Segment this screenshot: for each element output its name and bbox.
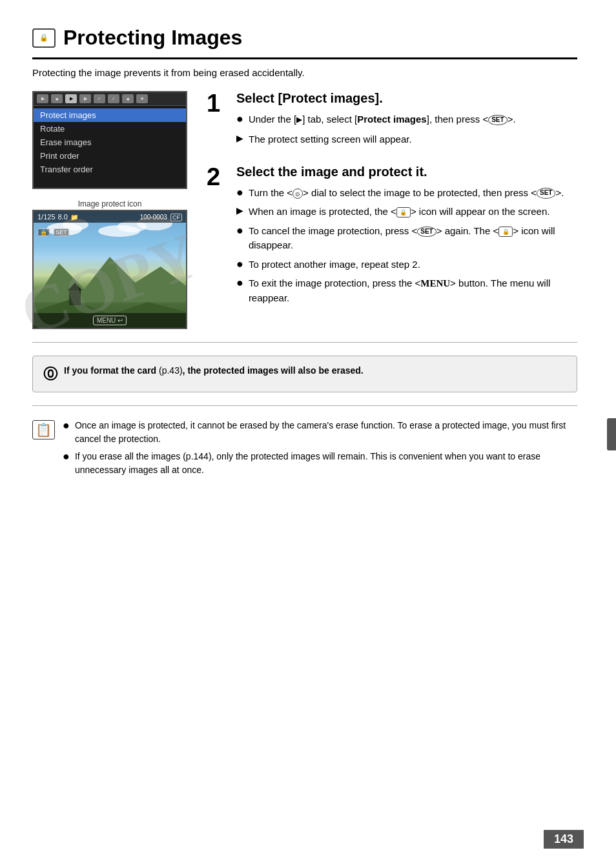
page-title-area: 🔒 Protecting Images	[32, 26, 577, 50]
step-1-content: Select [Protect images]. ● Under the [▶]…	[236, 91, 577, 152]
hud-shutter: 1/125	[37, 213, 56, 221]
note-dot-1: ●	[63, 419, 70, 446]
subtitle: Protecting the image prevents it from be…	[32, 67, 577, 78]
camera-hud-top: 1/125 8.0 📁 100-0003 CF	[34, 211, 186, 223]
section-divider	[32, 342, 577, 343]
set-badge-2: SET	[537, 188, 555, 199]
protect-icon-inline-2: 🔒	[498, 227, 513, 237]
note-icon: 📋	[32, 420, 55, 439]
bullet-dot-2: ●	[236, 186, 243, 200]
menu-items-list: Protect images Rotate Erase images Print…	[34, 106, 186, 188]
step-1-number: 1	[207, 91, 227, 116]
menu-item-protect: Protect images	[34, 108, 186, 122]
step-1-title: Select [Protect images].	[236, 91, 577, 106]
note-dot-2: ●	[63, 450, 70, 477]
tab-indicator	[607, 418, 616, 450]
camera-image-area: Image protect icon	[32, 199, 187, 329]
hud-folder-icon: 📁	[70, 214, 78, 221]
step-2-bullet-2-text: When an image is protected, the <🔒> icon…	[249, 205, 549, 219]
step-2-bullets: ● Turn the <⊙> dial to select the image …	[236, 186, 577, 305]
step-2: 2 Select the image and protect it. ● Tur…	[207, 165, 577, 310]
menu-screenshot: ▶ ■ ▶ ▶ ✓ ✓ ■ ★ Protect images Rotate Er…	[32, 91, 187, 189]
step-2-bullet-4: ● To protect another image, repeat step …	[236, 257, 577, 272]
bullet-dot: ●	[236, 112, 243, 127]
step-1-bullet-1: ● Under the [▶] tab, select [Protect ima…	[236, 112, 577, 127]
title-divider	[32, 57, 577, 59]
bullet-dot-5: ●	[236, 276, 243, 305]
menu-icon-8: ★	[136, 94, 148, 103]
camera-hud-bottom: MENU ↩	[34, 313, 186, 328]
step-2-bullet-1-text: Turn the <⊙> dial to select the image to…	[249, 186, 564, 200]
page-number: 143	[544, 830, 584, 849]
step-1-bullet-2-text: The protect setting screen will appear.	[249, 132, 412, 146]
warning-normal: (p.43), the protected images will also b…	[156, 365, 364, 376]
menu-icon-4: ▶	[79, 94, 91, 103]
warning-box: ⓪ If you format the card (p.43), the pro…	[32, 356, 577, 392]
note-bullet-1: ● Once an image is protected, it cannot …	[63, 419, 577, 446]
note-text-2: If you erase all the images (p.144), onl…	[75, 450, 577, 477]
step-2-title: Select the image and protect it.	[236, 165, 577, 179]
step-1-bullet-1-text: Under the [▶] tab, select [Protect image…	[249, 112, 516, 127]
main-content: ▶ ■ ▶ ▶ ✓ ✓ ■ ★ Protect images Rotate Er…	[32, 91, 577, 329]
menu-item-erase: Erase images	[34, 136, 186, 149]
menu-item-print: Print order	[34, 149, 186, 163]
note-text-1: Once an image is protected, it cannot be…	[75, 419, 577, 446]
page-number-area: 143	[544, 830, 584, 849]
warning-icon: ⓪	[43, 365, 57, 384]
camera-screen: 1/125 8.0 📁 100-0003 CF 🔒 SET MEN	[32, 210, 187, 329]
note-box: 📋 ● Once an image is protected, it canno…	[32, 419, 577, 481]
title-icon: 🔒	[32, 28, 56, 48]
hud-cf: CF	[170, 214, 182, 221]
menu-icon-7: ■	[122, 94, 134, 103]
step-2-bullet-3-text: To cancel the image protection, press <S…	[249, 224, 577, 252]
section-divider-2	[32, 405, 577, 406]
bullet-arrow: ▶	[236, 132, 243, 146]
step-1: 1 Select [Protect images]. ● Under the […	[207, 91, 577, 152]
menu-icon-6: ✓	[108, 94, 119, 103]
set-badge-3: SET	[417, 227, 436, 237]
step-1-bullets: ● Under the [▶] tab, select [Protect ima…	[236, 112, 577, 146]
note-bullet-2: ● If you erase all the images (p.144), o…	[63, 450, 577, 477]
warning-bold: If you format the card	[64, 365, 156, 376]
menu-btn: MENU ↩	[93, 316, 127, 325]
image-label: Image protect icon	[32, 199, 187, 208]
step-2-bullet-1: ● Turn the <⊙> dial to select the image …	[236, 186, 577, 200]
step-2-bullet-5: ● To exit the image protection, press th…	[236, 276, 577, 305]
step-2-bullet-4-text: To protect another image, repeat step 2.	[249, 257, 420, 272]
step-2-bullet-3: ● To cancel the image protection, press …	[236, 224, 577, 252]
hud-folder-num: 100-0003	[140, 214, 167, 221]
bullet-dot-3: ●	[236, 224, 243, 252]
menu-icon-1: ▶	[37, 94, 48, 103]
warning-text: If you format the card (p.43), the prote…	[64, 364, 364, 378]
step-1-bullet-2: ▶ The protect setting screen will appear…	[236, 132, 577, 146]
protect-icon-inline: 🔒	[396, 207, 411, 217]
hud-aperture: 8.0	[58, 213, 68, 221]
protect-badge-on-screen: 🔒 SET	[37, 225, 69, 236]
step-2-content: Select the image and protect it. ● Turn …	[236, 165, 577, 310]
menu-icon-5: ✓	[94, 94, 105, 103]
menu-icon-3-active: ▶	[65, 94, 77, 103]
menu-badge: MENU	[420, 278, 450, 288]
step-2-number: 2	[207, 165, 227, 189]
hud-left: 1/125 8.0 📁	[37, 213, 78, 221]
bullet-arrow-2: ▶	[236, 205, 243, 219]
menu-item-transfer: Transfer order	[34, 163, 186, 176]
bullet-dot-4: ●	[236, 257, 243, 272]
right-column: 1 Select [Protect images]. ● Under the […	[207, 91, 577, 329]
hud-right: 100-0003 CF	[140, 213, 182, 221]
set-badge: SET	[488, 115, 507, 126]
menu-item-blank1	[34, 176, 186, 185]
left-column: ▶ ■ ▶ ▶ ✓ ✓ ■ ★ Protect images Rotate Er…	[32, 91, 200, 329]
note-bullets-list: ● Once an image is protected, it cannot …	[63, 419, 577, 481]
menu-top-icons: ▶ ■ ▶ ▶ ✓ ✓ ■ ★	[34, 92, 186, 106]
menu-item-rotate: Rotate	[34, 122, 186, 136]
menu-icon-2: ■	[51, 94, 63, 103]
page-title: Protecting Images	[63, 26, 242, 50]
step-2-bullet-5-text: To exit the image protection, press the …	[249, 276, 577, 305]
step-2-bullet-2: ▶ When an image is protected, the <🔒> ic…	[236, 205, 577, 219]
